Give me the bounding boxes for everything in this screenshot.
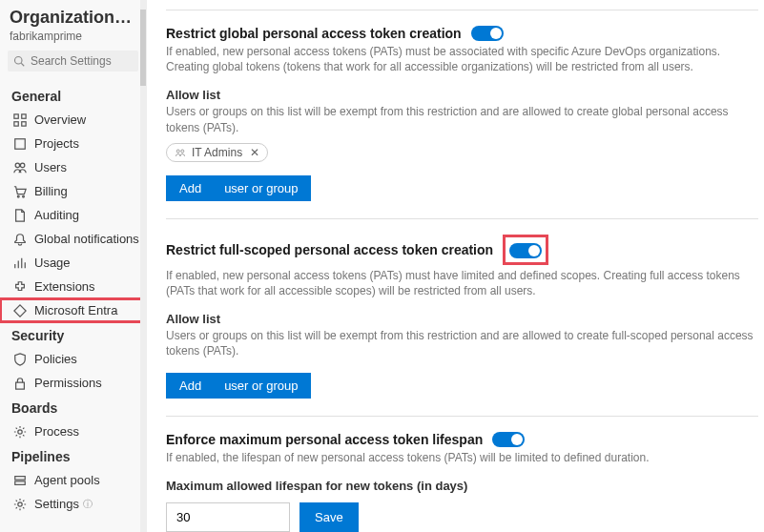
sidebar-scrollbar[interactable] — [140, 0, 146, 532]
org-title: Organization S… — [0, 8, 146, 30]
org-name: fabrikamprime — [0, 30, 146, 51]
plugin-icon — [13, 280, 27, 294]
save-button[interactable]: Save — [299, 502, 359, 532]
allow-list-desc: Users or groups on this list will be exe… — [166, 328, 758, 358]
enforce-max-lifespan-title: Enforce maximum personal access token li… — [166, 432, 483, 447]
sidebar-item-projects[interactable]: Projects — [0, 132, 146, 155]
svg-rect-3 — [22, 113, 26, 117]
add-user-or-group-button[interactable]: Adduser or group — [166, 175, 311, 201]
allow-list-chip-it-admins[interactable]: IT Admins ✕ — [166, 143, 268, 162]
gear-icon — [13, 498, 27, 511]
svg-point-17 — [181, 150, 184, 153]
group-icon — [175, 147, 186, 158]
section-general: General — [0, 83, 146, 108]
gear-icon — [13, 425, 27, 439]
restrict-fullscope-pat-toggle[interactable] — [509, 243, 542, 258]
restrict-fullscope-pat-desc: If enabled, new personal access tokens (… — [166, 268, 758, 298]
chart-icon — [13, 256, 27, 270]
svg-point-7 — [15, 163, 19, 167]
users-icon — [13, 161, 27, 174]
search-icon — [13, 55, 25, 67]
sidebar-item-agent-pools[interactable]: Agent pools — [0, 468, 146, 492]
max-lifespan-label: Maximum allowed lifespan for new tokens … — [166, 479, 758, 493]
sidebar-item-extensions[interactable]: Extensions — [0, 275, 146, 298]
project-icon — [13, 137, 27, 151]
allow-list-label: Allow list — [166, 88, 758, 102]
sidebar-item-users[interactable]: Users — [0, 155, 146, 179]
svg-rect-2 — [14, 113, 18, 117]
restrict-global-pat-toggle[interactable] — [471, 26, 504, 41]
cart-icon — [13, 185, 27, 198]
sidebar-item-overview[interactable]: Overview — [0, 108, 146, 132]
restrict-global-pat-title: Restrict global personal access token cr… — [166, 26, 462, 41]
sidebar-item-usage[interactable]: Usage — [0, 251, 146, 275]
section-pipelines: Pipelines — [0, 443, 146, 468]
remove-chip-icon[interactable]: ✕ — [250, 146, 259, 159]
sidebar: Organization S… fabrikamprime Search Set… — [0, 0, 147, 532]
svg-point-16 — [176, 150, 179, 153]
bell-icon — [13, 233, 27, 246]
restrict-fullscope-pat-title: Restrict full-scoped personal access tok… — [166, 242, 493, 257]
svg-point-10 — [23, 195, 25, 197]
diamond-icon — [13, 304, 27, 317]
sidebar-item-auditing[interactable]: Auditing — [0, 203, 146, 227]
enforce-max-lifespan-desc: If enabled, the lifespan of new personal… — [166, 450, 758, 465]
shield-icon — [13, 353, 27, 366]
svg-point-0 — [15, 57, 23, 65]
svg-rect-6 — [15, 138, 26, 149]
sidebar-item-process[interactable]: Process — [0, 419, 146, 443]
svg-point-15 — [18, 501, 22, 505]
grid-icon — [13, 113, 27, 127]
divider — [166, 416, 758, 417]
pool-icon — [13, 474, 27, 487]
divider — [166, 10, 758, 10]
sidebar-item-settings[interactable]: Settingsⓘ — [0, 492, 146, 516]
sidebar-item-permissions[interactable]: Permissions — [0, 371, 146, 395]
document-icon — [13, 209, 27, 222]
section-security: Security — [0, 322, 146, 347]
svg-point-12 — [18, 429, 22, 433]
restrict-global-pat-desc: If enabled, new personal access tokens (… — [166, 44, 758, 74]
highlighted-toggle-box — [503, 235, 548, 265]
enforce-max-lifespan-toggle[interactable] — [492, 432, 525, 447]
max-lifespan-input[interactable] — [166, 502, 290, 532]
lock-icon — [13, 377, 27, 390]
svg-rect-5 — [22, 121, 26, 125]
add-user-or-group-button[interactable]: Adduser or group — [166, 373, 311, 399]
svg-rect-14 — [15, 481, 26, 484]
svg-point-8 — [20, 163, 24, 167]
allow-list-label: Allow list — [166, 312, 758, 326]
section-boards: Boards — [0, 395, 146, 419]
sidebar-item-global-notifications[interactable]: Global notifications — [0, 227, 146, 251]
svg-line-1 — [21, 63, 24, 66]
sidebar-item-microsoft-entra[interactable]: Microsoft Entra — [0, 298, 146, 322]
divider — [166, 218, 758, 219]
sidebar-item-billing[interactable]: Billing — [0, 179, 146, 203]
svg-rect-4 — [14, 121, 18, 125]
svg-rect-11 — [16, 382, 25, 389]
search-input[interactable]: Search Settings — [8, 51, 138, 72]
svg-point-9 — [17, 195, 19, 197]
info-icon: ⓘ — [83, 498, 93, 511]
main-content: Restrict global personal access token cr… — [147, 0, 764, 532]
svg-rect-13 — [15, 476, 26, 480]
allow-list-desc: Users or groups on this list will be exe… — [166, 104, 758, 134]
sidebar-item-policies[interactable]: Policies — [0, 347, 146, 371]
